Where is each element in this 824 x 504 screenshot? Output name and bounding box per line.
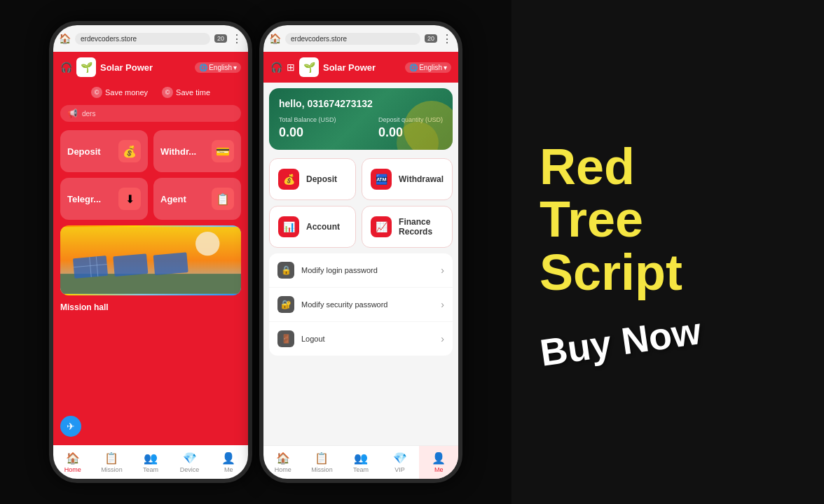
nav-mission-2[interactable]: 📋 Mission [303, 446, 342, 479]
withdraw-btn-1[interactable]: Withdr... 💳 [153, 130, 241, 172]
save-time: © Save time [162, 87, 210, 98]
buy-now-text[interactable]: Buy Now [537, 309, 703, 375]
vip-nav-icon-2: 💎 [393, 451, 407, 465]
browser-menu-1[interactable]: ⋮ [231, 32, 242, 46]
agent-btn-1[interactable]: Agent 📋 [153, 178, 241, 220]
telegram-fab[interactable]: ✈ [60, 416, 81, 437]
mission-nav-icon-1: 📋 [104, 451, 118, 465]
login-pw-text: Modify login password [301, 266, 441, 274]
home-nav-icon-1: 🏠 [66, 451, 80, 465]
home-nav-icon-2: 🏠 [276, 451, 290, 465]
browser-bar-2: 🏠 erdevcoders.store 20 ⋮ [263, 25, 458, 52]
account-btn-2[interactable]: 📊 Account [269, 206, 356, 248]
logout-icon: 🚪 [277, 330, 294, 347]
announcement-icon: 📢 [67, 108, 78, 118]
bottom-nav-2: 🏠 Home 📋 Mission 👥 Team 💎 VIP 👤 M [263, 445, 458, 479]
announcement-bar: 📢 ders [60, 105, 241, 122]
app-title-1: Solar Power [100, 62, 153, 73]
bottom-nav-1: 🏠 Home 📋 Mission 👥 Team 💎 Device 👤 [53, 445, 248, 479]
nav-device-1[interactable]: 💎 Device [170, 445, 210, 479]
login-pw-arrow: › [441, 265, 444, 276]
headphone-icon-1: 🎧 [60, 62, 72, 73]
action-grid-1: Deposit 💰 Withdr... 💳 Telegr... ⬇ Agent … [53, 125, 248, 225]
nav-mission-1[interactable]: 📋 Mission [92, 445, 132, 479]
solar-image [60, 225, 241, 295]
total-balance-value: 0.00 [279, 125, 336, 140]
menu-item-security-pw[interactable]: 🔐 Modify security password › [269, 288, 453, 322]
menu-item-login-pw[interactable]: 🔒 Modify login password › [269, 253, 453, 288]
browser-menu-2[interactable]: ⋮ [441, 32, 453, 46]
phone1-frame: 🏠 erdevcoders.store 20 ⋮ 🎧 🌱 Solar Power [49, 21, 252, 483]
nav-me-1[interactable]: 👤 Me [209, 445, 248, 479]
nav-vip-2[interactable]: 💎 VIP [380, 446, 420, 479]
save-bar: © Save money © Save time [53, 83, 248, 102]
phone2-wrap: 🏠 erdevcoders.store 20 ⋮ 🎧 ⊞ 🌱 Solar Pow… [259, 21, 462, 483]
security-pw-arrow: › [441, 299, 444, 310]
headphone-icon-2: 🎧 [270, 62, 282, 73]
save-time-icon: © [162, 87, 173, 98]
phones-section: 🏠 erdevcoders.store 20 ⋮ 🎧 🌱 Solar Power [0, 0, 511, 504]
headline: Red Tree Script [540, 141, 682, 300]
home-icon-1: 🏠 [59, 33, 71, 44]
phone1-content: © Save money © Save time 📢 ders [53, 83, 248, 445]
headline-line3: Script [540, 244, 682, 300]
logout-text: Logout [301, 335, 441, 343]
tab-count-1: 20 [214, 34, 227, 43]
withdraw-icon-1: 💳 [212, 140, 234, 162]
device-nav-icon-1: 💎 [183, 451, 197, 465]
grid-icon-2: ⊞ [287, 62, 295, 73]
browser-url-1[interactable]: erdevcoders.store [75, 33, 210, 45]
mission-hall-label: Mission hall [53, 300, 248, 315]
home-icon-2: 🏠 [269, 33, 281, 44]
app-title-2: Solar Power [323, 62, 376, 73]
nav-team-2[interactable]: 👥 Team [341, 446, 380, 479]
phone2-content: hello, 031674273132 Total Balance (USD) … [263, 83, 458, 445]
team-nav-icon-1: 👥 [144, 451, 158, 465]
logout-arrow: › [441, 333, 444, 344]
security-pw-icon: 🔐 [277, 296, 294, 313]
me-nav-icon-1: 👤 [221, 451, 235, 465]
nav-me-2[interactable]: 👤 Me [419, 446, 458, 479]
text-section: Red Tree Script Buy Now [511, 0, 824, 504]
login-pw-icon: 🔒 [277, 262, 294, 279]
headline-line2: Tree [540, 191, 643, 247]
phone1-wrap: 🏠 erdevcoders.store 20 ⋮ 🎧 🌱 Solar Power [49, 21, 252, 483]
app-logo-2: 🌱 [299, 57, 319, 77]
finance-records-btn-2[interactable]: 📈 Finance Records [362, 206, 453, 248]
telegram-btn-1[interactable]: Telegr... ⬇ [60, 178, 148, 220]
app-header-2: 🎧 ⊞ 🌱 Solar Power 🌐 English ▾ [263, 52, 458, 83]
nav-home-1[interactable]: 🏠 Home [53, 445, 92, 479]
phone2-frame: 🏠 erdevcoders.store 20 ⋮ 🎧 ⊞ 🌱 Solar Pow… [259, 21, 462, 483]
menu-item-logout[interactable]: 🚪 Logout › [269, 322, 453, 356]
save-money: © Save money [91, 87, 148, 98]
mission-nav-icon-2: 📋 [315, 451, 329, 465]
finance-records-icon-2: 📈 [371, 216, 392, 237]
telegram-icon-1: ⬇ [118, 188, 141, 210]
deposit-icon-1: 💰 [118, 140, 141, 162]
deposit-btn-2[interactable]: 💰 Deposit [269, 158, 356, 200]
withdrawal-btn-2[interactable]: 🏧 Withdrawal [362, 158, 453, 200]
lang-selector-2[interactable]: 🌐 English ▾ [405, 62, 451, 73]
app-header-left-2: 🎧 ⊞ 🌱 Solar Power [270, 57, 376, 77]
me-nav-icon-2: 👤 [432, 451, 446, 465]
save-money-icon: © [91, 87, 102, 98]
agent-icon-1: 📋 [212, 188, 234, 210]
announcement-text: ders [82, 110, 95, 118]
tab-count-2: 20 [425, 34, 437, 43]
browser-url-2[interactable]: erdevcoders.store [285, 33, 420, 45]
lang-selector-1[interactable]: 🌐 English ▾ [195, 62, 241, 73]
deposit-icon-2: 💰 [278, 169, 299, 190]
svg-rect-9 [60, 227, 241, 294]
app-logo-1: 🌱 [76, 57, 96, 77]
app-header-left-1: 🎧 🌱 Solar Power [60, 57, 153, 77]
headline-line1: Red [540, 139, 635, 195]
nav-home-2[interactable]: 🏠 Home [263, 446, 303, 479]
total-balance-col: Total Balance (USD) 0.00 [279, 116, 336, 140]
deposit-btn-1[interactable]: Deposit 💰 [60, 130, 148, 172]
security-pw-text: Modify security password [301, 300, 441, 309]
nav-team-1[interactable]: 👥 Team [131, 445, 170, 479]
balance-card: hello, 031674273132 Total Balance (USD) … [269, 88, 453, 150]
account-icon-2: 📊 [278, 216, 299, 237]
app-header-1: 🎧 🌱 Solar Power 🌐 English ▾ [53, 52, 248, 83]
total-balance-label: Total Balance (USD) [279, 116, 336, 123]
